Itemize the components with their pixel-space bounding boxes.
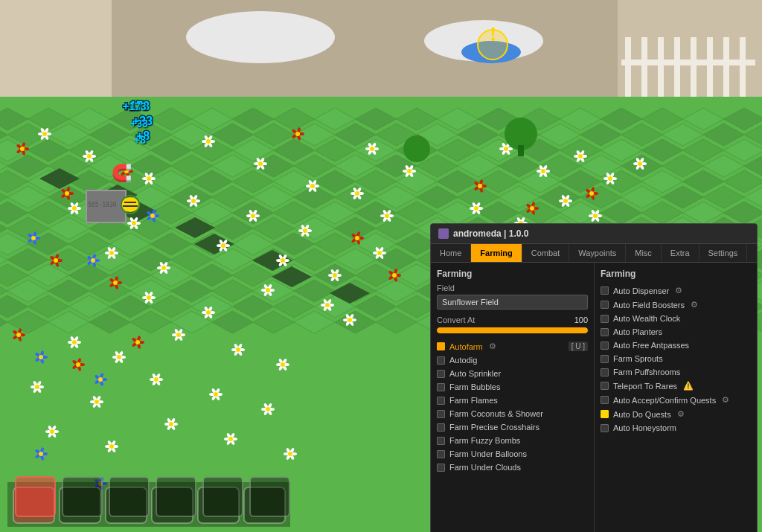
auto-free-antpasses-item[interactable]: Auto Free Antpasses — [601, 339, 751, 352]
field-label: Field — [437, 283, 588, 292]
inv-slot-5[interactable] — [202, 476, 243, 517]
auto-wealth-clock-checkbox[interactable] — [601, 315, 609, 323]
auto-planters-item[interactable]: Auto Planters — [601, 325, 751, 339]
auto-accept-confirm-item[interactable]: Auto Accept/Confirm Quests ⚙ — [601, 393, 751, 407]
field-input[interactable] — [437, 295, 588, 310]
tab-bar: Home Farming Combat Waypoints Misc Extra… — [431, 244, 757, 263]
farm-puffshrooms-checkbox[interactable] — [601, 368, 609, 376]
auto-wealth-clock-item[interactable]: Auto Wealth Clock — [601, 312, 751, 325]
inv-slot-1[interactable] — [15, 476, 56, 517]
autodig-label: Autodig — [449, 356, 477, 365]
auto-do-quests-checkbox[interactable] — [601, 410, 609, 418]
farm-balloons-checkbox[interactable] — [437, 450, 445, 458]
farm-clouds-item[interactable]: Farm Under Clouds — [437, 461, 588, 474]
tab-home[interactable]: Home — [431, 244, 471, 262]
teleport-rares-checkbox[interactable] — [601, 382, 609, 390]
farm-fuzzy-checkbox[interactable] — [437, 437, 445, 445]
left-section-title: Farming — [437, 269, 588, 279]
inv-slot-3[interactable] — [109, 476, 150, 517]
tab-extra[interactable]: Extra — [662, 244, 699, 262]
auto-dispenser-gear-icon[interactable]: ⚙ — [675, 286, 682, 295]
convert-value: 100 — [574, 315, 588, 324]
farm-bubbles-checkbox[interactable] — [437, 383, 445, 391]
farm-clouds-checkbox[interactable] — [437, 464, 445, 472]
farm-precise-checkbox[interactable] — [437, 423, 445, 432]
farm-balloons-label: Farm Under Balloons — [449, 449, 527, 458]
panel-icon — [438, 228, 449, 239]
auto-field-boosters-checkbox[interactable] — [601, 301, 609, 309]
auto-field-boosters-item[interactable]: Auto Field Boosters ⚙ — [601, 298, 751, 312]
autodig-checkbox[interactable] — [437, 356, 445, 365]
score-popup-1: +173 — [123, 100, 147, 112]
farm-sprouts-checkbox[interactable] — [601, 355, 609, 363]
tab-waypoints[interactable]: Waypoints — [569, 244, 626, 262]
autofarm-item[interactable]: Autofarm ⚙ [ U ] — [437, 339, 588, 353]
autofarm-gear-icon[interactable]: ⚙ — [489, 342, 496, 351]
farm-sprouts-label: Farm Sprouts — [613, 354, 663, 363]
farm-precise-item[interactable]: Farm Precise Crosshairs — [437, 420, 588, 434]
auto-sprinkler-label: Auto Sprinkler — [449, 369, 501, 378]
farm-flames-checkbox[interactable] — [437, 397, 445, 405]
inv-slot-2[interactable] — [62, 476, 103, 517]
auto-field-boosters-gear-icon[interactable]: ⚙ — [691, 300, 698, 310]
farm-coconuts-item[interactable]: Farm Coconuts & Shower — [437, 407, 588, 420]
farm-precise-label: Farm Precise Crosshairs — [449, 423, 540, 432]
tab-combat[interactable]: Combat — [522, 244, 570, 262]
auto-dispenser-label: Auto Dispenser — [613, 286, 669, 295]
tab-misc[interactable]: Misc — [626, 244, 662, 262]
farm-bubbles-label: Farm Bubbles — [449, 382, 500, 391]
auto-accept-confirm-label: Auto Accept/Confirm Quests — [613, 396, 716, 405]
teleport-rares-item[interactable]: Teleport To Rares ⚠️ — [601, 379, 751, 393]
auto-planters-label: Auto Planters — [613, 327, 662, 336]
tab-settings[interactable]: Settings — [699, 244, 748, 262]
score-popup-2: +33 — [130, 118, 148, 129]
inventory-bar — [15, 476, 290, 517]
farm-fuzzy-item[interactable]: Farm Fuzzy Bombs — [437, 434, 588, 447]
autofarm-label: Autofarm — [449, 342, 483, 351]
inv-slot-6[interactable] — [249, 476, 290, 517]
autodig-item[interactable]: Autodig — [437, 353, 588, 367]
teleport-warn-icon: ⚠️ — [683, 381, 694, 391]
auto-honeystorm-label: Auto Honeystorm — [613, 423, 676, 432]
farm-bubbles-item[interactable]: Farm Bubbles — [437, 380, 588, 394]
auto-free-antpasses-checkbox[interactable] — [601, 342, 609, 350]
auto-planters-checkbox[interactable] — [601, 328, 609, 336]
auto-sprinkler-checkbox[interactable] — [437, 370, 445, 378]
farm-sprouts-item[interactable]: Farm Sprouts — [601, 352, 751, 365]
farm-flames-label: Farm Flames — [449, 396, 498, 405]
right-column: Farming Auto Dispenser ⚙ Auto Field Boos… — [595, 263, 757, 532]
auto-do-quests-label: Auto Do Quests — [613, 410, 671, 419]
auto-wealth-clock-label: Auto Wealth Clock — [613, 314, 680, 323]
farm-balloons-item[interactable]: Farm Under Balloons — [437, 447, 588, 461]
farm-flames-item[interactable]: Farm Flames — [437, 394, 588, 407]
auto-accept-confirm-checkbox[interactable] — [601, 396, 609, 404]
farm-puffshrooms-item[interactable]: Farm Puffshrooms — [601, 365, 751, 379]
auto-sprinkler-item[interactable]: Auto Sprinkler — [437, 367, 588, 380]
auto-dispenser-checkbox[interactable] — [601, 286, 609, 295]
convert-label: Convert At — [437, 315, 475, 324]
farm-coconuts-checkbox[interactable] — [437, 410, 445, 418]
left-column: Farming Field Convert At 100 Autofarm ⚙ … — [431, 263, 595, 532]
teleport-rares-label: Teleport To Rares — [613, 382, 677, 391]
convert-bar — [437, 327, 588, 333]
auto-dispenser-item[interactable]: Auto Dispenser ⚙ — [601, 283, 751, 298]
convert-fill — [437, 327, 588, 333]
auto-accept-confirm-gear-icon[interactable]: ⚙ — [722, 395, 729, 405]
auto-do-quests-item[interactable]: Auto Do Quests ⚙ — [601, 407, 751, 421]
auto-free-antpasses-label: Auto Free Antpasses — [613, 341, 689, 350]
score-popup-3: +8 — [134, 134, 146, 146]
farm-coconuts-label: Farm Coconuts & Shower — [449, 409, 543, 418]
panel-title: andromeda | 1.0.0 — [453, 228, 528, 239]
autofarm-checkbox[interactable] — [437, 342, 445, 350]
inv-slot-4[interactable] — [156, 476, 196, 517]
right-section-title: Farming — [601, 269, 751, 279]
ui-panel: andromeda | 1.0.0 Home Farming Combat Wa… — [430, 223, 758, 532]
farm-clouds-label: Farm Under Clouds — [449, 463, 521, 472]
farm-fuzzy-label: Farm Fuzzy Bombs — [449, 436, 520, 445]
auto-honeystorm-checkbox[interactable] — [601, 424, 609, 432]
auto-honeystorm-item[interactable]: Auto Honeystorm — [601, 421, 751, 435]
tab-farming[interactable]: Farming — [471, 244, 522, 262]
auto-do-quests-gear-icon[interactable]: ⚙ — [677, 409, 685, 419]
auto-field-boosters-label: Auto Field Boosters — [613, 301, 685, 310]
farm-puffshrooms-label: Farm Puffshrooms — [613, 368, 680, 376]
